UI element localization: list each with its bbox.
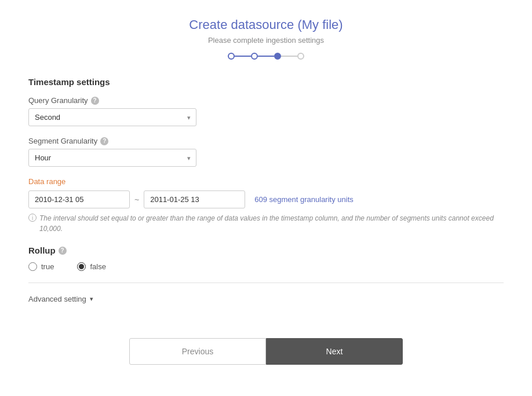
query-granularity-label: Query Granularity ? [28, 96, 504, 105]
step-3 [274, 53, 281, 60]
rollup-false-label: false [90, 262, 105, 271]
range-hint-text: The interval should set equal to or grea… [39, 213, 504, 234]
page-subtitle: Please complete ingestion settings [12, 36, 520, 45]
range-tilde: ~ [134, 195, 139, 204]
step-indicator [12, 53, 520, 60]
section-divider [28, 283, 504, 283]
range-units: 609 segment granularity units [254, 195, 354, 204]
segment-granularity-select[interactable]: Second Minute Hour Day Week Month Year [28, 149, 196, 167]
data-range-group: Data range ~ 609 segment granularity uni… [28, 177, 504, 234]
advanced-setting-toggle[interactable]: Advanced setting ▾ [28, 295, 93, 303]
page-wrapper: Create datasource (My file) Please compl… [0, 0, 532, 396]
next-button[interactable]: Next [266, 338, 403, 365]
advanced-setting-label: Advanced setting [28, 295, 86, 303]
rollup-true-radio[interactable] [28, 262, 37, 271]
rollup-false-radio[interactable] [77, 262, 86, 271]
query-granularity-select[interactable]: Second Minute Hour Day Week Month Year [28, 108, 196, 126]
range-hint-info-icon: i [28, 214, 37, 222]
segment-granularity-help-icon[interactable]: ? [100, 137, 108, 145]
data-range-row: ~ 609 segment granularity units [28, 190, 504, 208]
data-range-start-input[interactable] [28, 190, 130, 208]
query-granularity-help-icon[interactable]: ? [91, 97, 99, 105]
main-content: Timestamp settings Query Granularity ? S… [17, 77, 515, 303]
rollup-section: Rollup ? true false [28, 245, 504, 271]
page-header: Create datasource (My file) Please compl… [12, 17, 520, 60]
rollup-help-icon[interactable]: ? [59, 247, 67, 255]
range-hint: i The interval should set equal to or gr… [28, 213, 504, 234]
rollup-title: Rollup ? [28, 245, 504, 255]
rollup-true-option[interactable]: true [28, 262, 54, 271]
step-line-1 [235, 56, 251, 57]
footer-buttons: Previous Next [12, 338, 520, 376]
advanced-setting-chevron-icon: ▾ [90, 295, 93, 303]
data-range-label: Data range [28, 177, 504, 186]
range-units-label: segment granularity units [269, 195, 354, 204]
step-line-2 [258, 56, 274, 57]
range-units-count: 609 [254, 195, 267, 204]
timestamp-section-title: Timestamp settings [28, 77, 504, 87]
step-line-3 [281, 56, 297, 57]
query-granularity-select-wrapper: Second Minute Hour Day Week Month Year ▾ [28, 108, 196, 126]
page-title: Create datasource (My file) [12, 17, 520, 32]
step-2 [251, 53, 258, 60]
data-range-end-input[interactable] [144, 190, 245, 208]
segment-granularity-select-wrapper: Second Minute Hour Day Week Month Year ▾ [28, 149, 196, 167]
rollup-true-label: true [41, 262, 54, 271]
query-granularity-group: Query Granularity ? Second Minute Hour D… [28, 96, 504, 126]
segment-granularity-label: Segment Granularity ? [28, 137, 504, 145]
step-1 [228, 53, 235, 60]
previous-button[interactable]: Previous [129, 338, 266, 365]
segment-granularity-group: Segment Granularity ? Second Minute Hour… [28, 137, 504, 167]
rollup-radio-group: true false [28, 262, 504, 271]
rollup-false-option[interactable]: false [77, 262, 105, 271]
step-4 [297, 53, 304, 60]
